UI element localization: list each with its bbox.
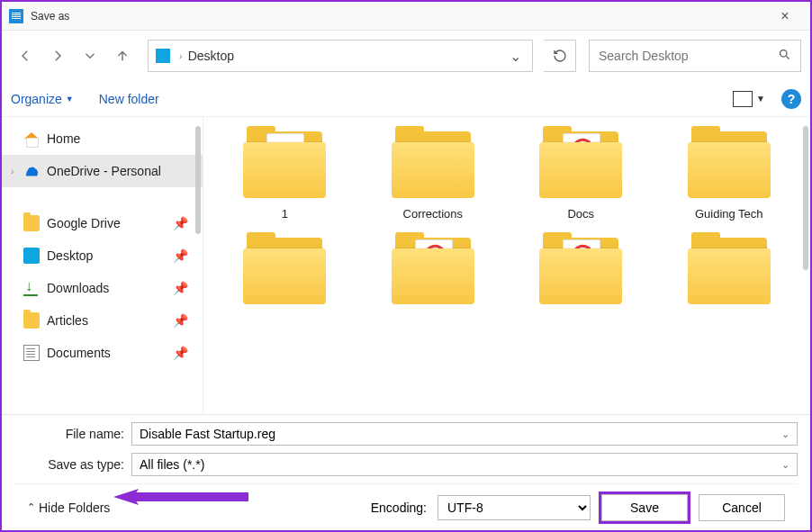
folder-icon: [388, 232, 478, 306]
address-bar[interactable]: › Desktop ⌄: [148, 40, 533, 72]
help-button[interactable]: ?: [781, 89, 801, 109]
sidebar-scrollbar[interactable]: [195, 126, 201, 234]
cloud-icon: [23, 163, 40, 179]
pin-icon: 📌: [173, 216, 188, 230]
app-icon: [9, 9, 23, 23]
back-button[interactable]: [11, 41, 40, 70]
path-dropdown-icon[interactable]: ⌄: [510, 48, 521, 65]
folder-icon: [684, 232, 774, 306]
sidebar-item-label: Articles: [47, 313, 173, 328]
sidebar-item-home[interactable]: Home: [2, 122, 203, 155]
new-folder-button[interactable]: New folder: [99, 92, 159, 106]
content-scrollbar[interactable]: [803, 126, 808, 270]
saveastype-label: Save as type:: [14, 457, 131, 472]
search-input[interactable]: [599, 49, 778, 63]
recent-dropdown[interactable]: [76, 41, 104, 70]
search-box[interactable]: [589, 40, 801, 72]
folder-item[interactable]: [516, 232, 646, 329]
forward-button[interactable]: [43, 41, 72, 70]
sidebar-item-label: Home: [47, 131, 194, 146]
doc-icon: [23, 345, 40, 361]
refresh-button[interactable]: [544, 40, 576, 72]
fold-icon: [23, 215, 40, 231]
folder-item[interactable]: [368, 232, 499, 329]
view-dropdown-icon[interactable]: ▼: [756, 94, 765, 104]
cancel-button[interactable]: Cancel: [699, 494, 785, 521]
sidebar-item-label: Google Drive: [47, 216, 173, 230]
folder-icon: [536, 232, 626, 306]
folder-icon: [388, 126, 478, 200]
sidebar-item-documents[interactable]: Documents📌: [2, 337, 203, 369]
sidebar-item-google-drive[interactable]: Google Drive📌: [2, 207, 203, 239]
sidebar-item-desktop[interactable]: Desktop📌: [2, 239, 203, 272]
save-button[interactable]: Save: [601, 494, 688, 521]
desktop-icon: [156, 49, 170, 63]
folder-name: Docs: [567, 207, 594, 223]
folder-icon: [536, 126, 626, 200]
search-icon: [778, 48, 791, 65]
sidebar-item-downloads[interactable]: Downloads📌: [2, 272, 203, 304]
pin-icon: 📌: [173, 281, 188, 295]
folder-item[interactable]: [220, 232, 350, 329]
toolbar: Organize▼ New folder ▼ ?: [2, 81, 810, 117]
folder-item[interactable]: Corrections: [368, 126, 499, 223]
folder-item[interactable]: Guiding Tech: [664, 126, 795, 223]
bottom-panel: File name: Disable Fast Startup.reg⌄ Sav…: [2, 414, 810, 530]
home-icon: [23, 131, 40, 147]
down-icon: [23, 280, 40, 296]
sidebar: Home›OneDrive - PersonalGoogle Drive📌Des…: [2, 117, 203, 414]
folder-name: Corrections: [403, 207, 463, 223]
filename-input[interactable]: Disable Fast Startup.reg⌄: [131, 422, 798, 446]
hide-folders-toggle[interactable]: ⌃Hide Folders: [27, 500, 110, 515]
titlebar: Save as ×: [2, 2, 810, 31]
sidebar-item-onedrive-personal[interactable]: ›OneDrive - Personal: [2, 155, 203, 187]
folder-icon: [684, 126, 774, 200]
content-pane: 1CorrectionsDocsGuiding Tech: [203, 117, 810, 414]
folder-item[interactable]: Docs: [516, 126, 646, 223]
pin-icon: 📌: [173, 346, 188, 360]
expand-icon: ›: [11, 166, 23, 176]
organize-menu[interactable]: Organize▼: [11, 92, 74, 106]
sidebar-item-label: OneDrive - Personal: [47, 164, 194, 178]
folder-name: Guiding Tech: [695, 207, 763, 223]
folder-name: 1: [282, 207, 288, 223]
main-area: Home›OneDrive - PersonalGoogle Drive📌Des…: [2, 117, 810, 414]
encoding-label: Encoding:: [371, 500, 427, 515]
sidebar-item-label: Downloads: [47, 281, 173, 295]
filename-label: File name:: [14, 427, 131, 441]
sidebar-item-label: Documents: [47, 346, 173, 360]
folder-item[interactable]: [664, 232, 795, 329]
folder-item[interactable]: 1: [220, 126, 350, 223]
up-button[interactable]: [108, 41, 137, 70]
chevron-right-icon: ›: [179, 50, 183, 61]
view-button[interactable]: [733, 91, 753, 107]
fold-icon: [23, 312, 40, 329]
svg-point-0: [780, 50, 788, 57]
sidebar-item-articles[interactable]: Articles📌: [2, 304, 203, 337]
pin-icon: 📌: [173, 313, 188, 328]
close-button[interactable]: ×: [767, 8, 803, 24]
current-location: Desktop: [188, 49, 510, 63]
sidebar-item-label: Desktop: [47, 248, 173, 263]
window-title: Save as: [31, 10, 767, 23]
folder-icon: [239, 232, 329, 306]
desk-icon: [23, 248, 40, 264]
nav-row: › Desktop ⌄: [2, 31, 810, 81]
pin-icon: 📌: [173, 248, 188, 263]
folder-icon: [239, 126, 329, 200]
saveastype-select[interactable]: All files (*.*)⌄: [131, 453, 798, 476]
encoding-select[interactable]: UTF-8: [438, 495, 591, 520]
